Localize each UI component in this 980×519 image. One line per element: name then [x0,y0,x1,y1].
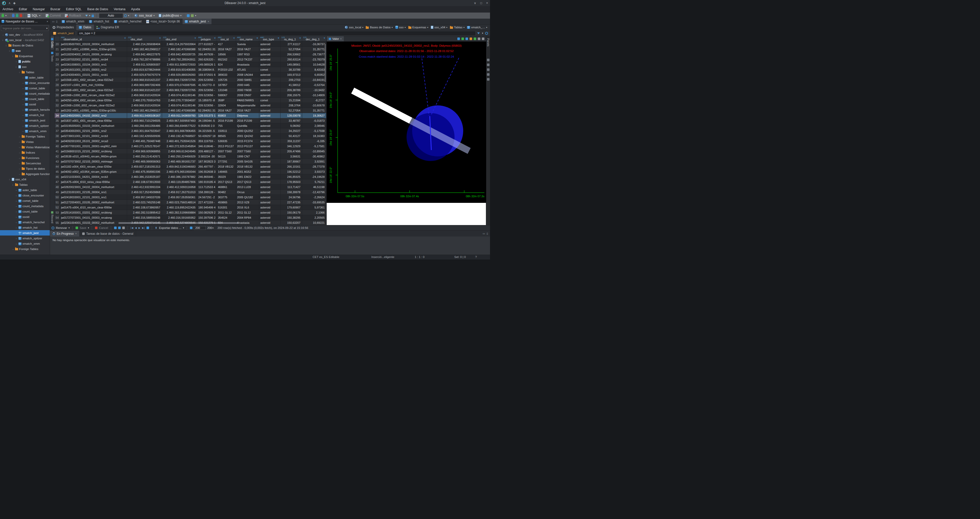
cell-ra-deg-1[interactable]: 209,38789 [280,88,302,92]
collapsed-arrow-icon[interactable]: → [18,135,21,138]
cell-sso-type[interactable]: asteroid [259,41,280,47]
tree-item-comet-table[interactable]: →comet_table [0,86,50,91]
cell-obs-end[interactable]: 2.460.469,991651737 [162,159,197,164]
cell-observation-id[interactable]: jw01475-o004_t010_nircam_clear-f090w [60,205,127,210]
column-header-observation-id[interactable]: ABCobservation_id▼ [60,36,127,41]
cell-obs-start[interactable]: 2.460.475,958981596 [127,169,162,174]
table-row[interactable]: 33jw01202-o001_s10581_niriss_f150w-gr150… [55,108,326,113]
compare-icon[interactable] [191,14,194,17]
cell-obs-start[interactable]: 2.460.270,755914763 [127,98,162,103]
cell-obs-end[interactable]: 2.459.917,262751013 [162,189,197,195]
row-number[interactable]: 34 [55,113,60,118]
rollback-button[interactable]: Rollback [69,14,81,18]
breadcrumb-tablas[interactable]: Tablas▾ [449,26,466,29]
cell-obs-end[interactable]: 2.460.272,9251545854 [162,144,197,149]
breadcrumb-dropdown-icon[interactable]: ▾ [486,26,487,29]
cell-dec-deg-1[interactable]: -30,40862 [302,154,326,159]
cell-obs-start[interactable]: 2.459.968,9101421237 [127,88,162,92]
collapsed-arrow-icon[interactable]: → [18,156,21,159]
grid-order-icon[interactable] [118,226,121,229]
table-row[interactable]: 34jw01245020001_04102_00002_nrs22.459.91… [55,113,326,118]
cell-dec-deg-1[interactable]: -8,2727 [302,98,326,103]
cell-sso-type[interactable]: asteroid [259,215,280,220]
cell-sso-id[interactable]: 389033 [217,72,236,77]
breadcrumb-bases-de-datos[interactable]: Bases de Datos▾ [364,26,394,29]
export-dropdown-icon[interactable]: ▾ [183,226,184,229]
maximize-panel-icon[interactable]: ▯ [487,232,488,235]
cell-polygon[interactable]: 41.552773 -0 [197,83,217,88]
cell-dec-deg-1[interactable]: 2,1066 [302,210,326,215]
cell-observation-id[interactable]: jw03195007001_03103_00004_mirifushort [60,41,127,47]
cell-sso-name[interactable]: Didymos [236,113,259,118]
object-tab-datos[interactable]: Datos [76,24,94,30]
cell-observation-id[interactable]: jw02416011001_02101_00003_nrs2 [60,67,127,72]
cell-obs-start[interactable]: 2.460.386,1533025187 [127,174,162,179]
collapsed-arrow-icon[interactable]: → [15,237,18,240]
settings-menu-icon[interactable] [478,38,480,40]
cell-observation-id[interactable]: jw01475-o004_t010_niriss_clear-f090w [60,179,127,185]
collapsed-arrow-icon[interactable]: → [15,231,18,234]
cell-obs-start[interactable]: 2.460.491,750487448 [127,139,162,144]
minimize-panel-icon[interactable]: ▭ [483,232,485,235]
column-filter-icon[interactable]: ▼ [277,37,280,39]
cell-sso-id[interactable]: 32604 [217,103,236,108]
cell-obs-end[interactable]: 2.459.967,5009597493 [162,118,197,123]
new-connection-icon[interactable] [2,14,4,17]
table-row[interactable]: 51jw01272004001_03105_00002_mirifushort2… [55,200,326,205]
cell-sso-type[interactable]: asteroid [259,169,280,174]
cell-sso-type[interactable]: comet [259,98,280,103]
cell-polygon[interactable]: 266.497797 - [197,164,217,169]
active-database-icon[interactable] [159,14,161,17]
cell-ra-deg-1[interactable]: 128,03078 [280,113,302,118]
cell-sso-type[interactable]: asteroid [259,185,280,189]
tree-item-count-metadata[interactable]: →count_metadata [0,91,50,96]
postgres-connection-icon[interactable] [135,14,138,17]
cell-sso-name[interactable]: 2000 SW81 [236,77,259,83]
cell-sso-type[interactable]: asteroid [259,62,280,67]
breadcrumb-esquemas[interactable]: Esquemas▾ [407,26,430,29]
collapsed-arrow-icon[interactable]: → [21,130,24,132]
cell-obs-start[interactable]: 2.459.917,2524509868 [127,189,162,195]
cell-ra-deg-1[interactable]: 209,47496 [280,149,302,154]
cell-obs-start[interactable]: 2.459.911,5430106167 [127,113,162,118]
tree-item-count-table[interactable]: →count_table [0,96,50,102]
cell-dec-deg-1[interactable]: 31,35771 [302,108,326,113]
cell-dec-deg-1[interactable]: 3,92891 [302,159,326,164]
cell-observation-id[interactable]: jw01202-o001_s10581_niriss_f150w-gr150c [60,108,127,113]
column-filter-icon[interactable]: ▼ [233,37,235,39]
row-number[interactable]: 48 [55,185,60,189]
table-row[interactable]: 25jw02416011001_02101_00003_nrs22.459.81… [55,67,326,72]
cell-polygon[interactable]: 150.397596 2 [197,215,217,220]
cell-observation-id[interactable]: jw01182004002_04101_00006_nrcalong [60,52,127,57]
table-row[interactable]: 54jw01727072001_04101_00003_nrcalong2.46… [55,215,326,220]
cell-dec-deg-1[interactable]: -5,17581 [302,144,326,149]
cell-sso-type[interactable]: asteroid [259,210,280,215]
row-limit-input[interactable]: 200 [194,226,206,230]
progress-tab-close-icon[interactable]: × [75,232,77,235]
cell-obs-start[interactable]: 2.460.250,214142671 [127,154,162,159]
breadcrumb-dropdown-icon[interactable]: ▾ [463,26,465,29]
cell-sso-name[interactable]: 2001 AG52 [236,169,259,174]
row-number[interactable]: 45 [55,169,60,174]
database-dropdown-icon[interactable]: ▾ [180,14,182,17]
cell-obs-start[interactable]: 2.459.842,486227875 [127,52,162,57]
cell-obs-end[interactable]: 2.460.192,427668507 [162,134,197,139]
connect-icon[interactable] [12,14,14,17]
connection-dropdown-icon[interactable]: ▾ [153,14,155,17]
cell-sso-id[interactable]: 468861 [217,185,236,189]
cell-obs-start[interactable]: 2.459.960,7101294505 [127,118,162,123]
cell-sso-id[interactable]: 652162 [217,57,236,62]
cell-polygon[interactable]: 24.567291 -2 [197,195,217,200]
cell-obs-start[interactable]: 2.459.957,049337039 [127,195,162,200]
cell-dec-deg-1[interactable]: 31,35771 [302,47,326,52]
cell-polygon[interactable]: 3.583234 -30 [197,154,217,159]
table-row[interactable]: 46jw02211033001_04201_00004_nrcb32.460.3… [55,174,326,179]
row-number[interactable]: 22 [55,52,60,57]
maximize-navigator-icon[interactable]: ▯ [56,20,57,23]
cell-sso-id[interactable]: 150511 [217,128,236,134]
cell-sso-name[interactable]: 2013 XZ8 [236,200,259,205]
navigator-filter-dropdown-icon[interactable]: ▾ [46,27,48,30]
tree-item-xmatch-herschel[interactable]: →xmatch_herschel [0,107,50,112]
cell-sso-id[interactable]: 2017 QS13 [217,179,236,185]
row-number[interactable]: 41 [55,149,60,154]
